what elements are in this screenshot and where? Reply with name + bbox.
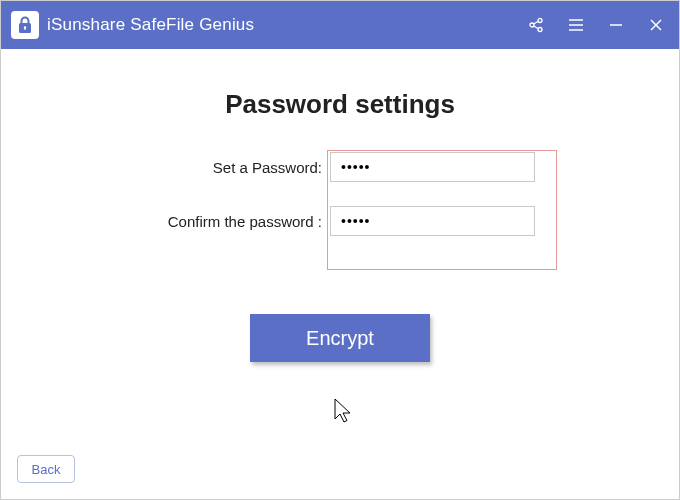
confirm-password-row: Confirm the password : [120,206,560,236]
svg-point-4 [530,23,534,27]
app-lock-icon [11,11,39,39]
password-form: Set a Password: Confirm the password : [120,150,560,236]
svg-point-3 [538,19,542,23]
confirm-password-input[interactable] [330,206,535,236]
main-content: Password settings Set a Password: Confir… [1,49,679,499]
set-password-input[interactable] [330,152,535,182]
set-password-row: Set a Password: [120,152,560,182]
page-title: Password settings [41,89,639,120]
set-password-label: Set a Password: [120,159,330,176]
back-button[interactable]: Back [17,455,75,483]
titlebar: iSunshare SafeFile Genius [1,1,679,49]
minimize-icon[interactable] [607,16,625,34]
share-icon[interactable] [527,16,545,34]
cursor-icon [333,397,355,425]
confirm-password-label: Confirm the password : [120,213,330,230]
svg-point-5 [538,28,542,32]
menu-icon[interactable] [567,16,585,34]
close-icon[interactable] [647,16,665,34]
svg-rect-2 [24,28,25,30]
svg-line-7 [534,26,539,29]
svg-line-6 [534,21,539,24]
app-title: iSunshare SafeFile Genius [47,15,254,35]
encrypt-button[interactable]: Encrypt [250,314,430,362]
window-controls [527,16,665,34]
